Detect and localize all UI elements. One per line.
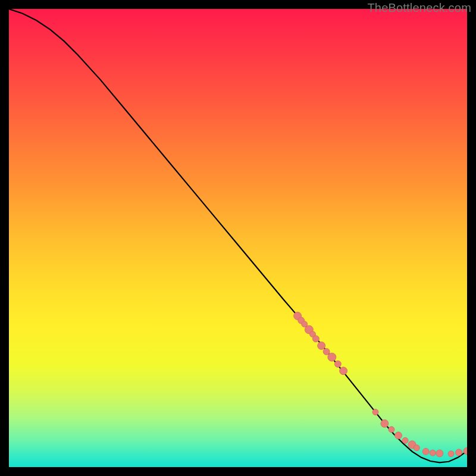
marker-point (456, 449, 462, 456)
bottleneck-curve-line (9, 9, 467, 462)
marker-point (430, 450, 436, 456)
marker-point (414, 445, 419, 451)
chart-svg (9, 9, 467, 467)
chart-stage: TheBottleneck.com (0, 0, 476, 476)
highlight-markers (294, 312, 467, 457)
marker-point (436, 450, 443, 457)
marker-point (372, 409, 378, 415)
marker-point (422, 448, 429, 455)
marker-point (328, 353, 336, 361)
plot-area (9, 9, 467, 467)
marker-point (323, 348, 330, 355)
marker-point (340, 367, 347, 375)
marker-point (402, 437, 408, 443)
marker-point (334, 361, 341, 367)
marker-point (389, 427, 394, 433)
marker-point (381, 419, 389, 427)
marker-point (448, 451, 454, 457)
marker-point (395, 432, 402, 439)
watermark-text: TheBottleneck.com (367, 1, 471, 15)
marker-point (318, 342, 325, 349)
marker-point (312, 336, 319, 342)
